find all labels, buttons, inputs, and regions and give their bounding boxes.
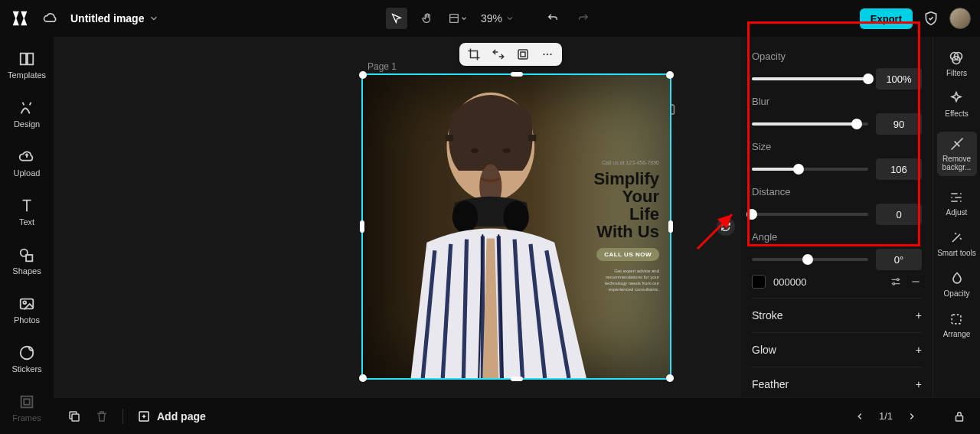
select-tool[interactable] — [386, 8, 407, 29]
distance-label: Distance — [752, 186, 922, 197]
add-page-button[interactable]: Add page — [137, 410, 206, 423]
sidebar-frames[interactable]: Frames — [12, 393, 41, 423]
selection-box[interactable]: Call us at 123-456-7890 Simplify Your Li… — [361, 73, 671, 380]
right-adjust[interactable]: Adjust — [946, 190, 968, 217]
size-value[interactable]: 106 — [876, 158, 922, 180]
feather-section[interactable]: Feather+ — [752, 367, 922, 397]
properties-panel: Opacity 100% Blur 90 Size 106 Distance 0… — [741, 37, 933, 397]
distance-value[interactable]: 0 — [876, 204, 922, 225]
crop-icon[interactable] — [467, 47, 481, 61]
section-label: Feather — [752, 378, 789, 390]
opacity-slider[interactable] — [752, 77, 868, 80]
sidebar-photos[interactable]: Photos — [14, 295, 40, 325]
resize-handle[interactable] — [666, 374, 674, 382]
svg-point-19 — [471, 148, 479, 153]
user-avatar[interactable] — [949, 8, 971, 29]
resize-handle[interactable] — [359, 71, 367, 79]
right-effects[interactable]: Effects — [945, 91, 968, 118]
export-button[interactable]: Export — [860, 8, 913, 29]
svg-rect-31 — [956, 416, 963, 421]
resize-handle[interactable] — [360, 220, 364, 233]
resize-handle[interactable] — [511, 377, 523, 381]
sidebar-stickers[interactable]: Stickers — [11, 344, 41, 374]
svg-point-13 — [550, 54, 551, 55]
color-hex[interactable]: 000000 — [773, 276, 882, 288]
plus-icon[interactable]: + — [916, 344, 922, 356]
rr-label: Opacity — [944, 289, 970, 298]
minus-icon[interactable] — [910, 276, 922, 288]
svg-point-6 — [23, 301, 26, 304]
resize-handle[interactable] — [359, 374, 367, 382]
redo-button[interactable] — [573, 8, 594, 29]
svg-point-20 — [502, 148, 510, 153]
headline-3: Life — [590, 205, 659, 223]
sidebar-item-label: Stickers — [11, 364, 41, 374]
trash-icon[interactable] — [95, 410, 109, 423]
stroke-section[interactable]: Stroke+ — [752, 298, 922, 332]
chevron-down-icon[interactable] — [149, 13, 159, 24]
document-title[interactable]: Untitled image — [70, 12, 144, 24]
page-indicator: 1/1 — [879, 410, 893, 422]
angle-slider[interactable] — [752, 258, 868, 261]
svg-rect-2 — [28, 54, 33, 65]
undo-button[interactable] — [542, 8, 564, 29]
hand-tool[interactable] — [416, 8, 438, 29]
right-remove-bg[interactable]: Remove backgr... — [937, 132, 977, 176]
lock-icon[interactable] — [952, 410, 966, 423]
app-logo[interactable] — [9, 8, 31, 29]
sidebar-item-label: Templates — [8, 70, 46, 80]
duplicate-icon[interactable] — [67, 410, 81, 423]
blur-value[interactable]: 90 — [876, 113, 922, 135]
next-page-icon[interactable] — [906, 411, 917, 422]
svg-point-21 — [452, 201, 478, 233]
right-arrange[interactable]: Arrange — [943, 312, 971, 338]
resize-handle[interactable] — [666, 71, 674, 79]
resize-handle[interactable] — [668, 220, 673, 233]
resize-handle[interactable] — [511, 72, 523, 77]
right-filters[interactable]: Filters — [946, 51, 967, 77]
section-label: Glow — [752, 344, 776, 356]
sidebar-templates[interactable]: Templates — [8, 51, 46, 80]
sidebar-text[interactable]: Text — [18, 197, 35, 227]
opacity-label: Opacity — [752, 51, 922, 62]
svg-rect-10 — [521, 52, 525, 57]
right-smart-tools[interactable]: Smart tools — [937, 230, 976, 257]
cloud-icon[interactable] — [43, 11, 58, 26]
sliders-icon[interactable] — [890, 276, 902, 288]
color-swatch[interactable] — [752, 275, 766, 289]
sidebar-design[interactable]: Design — [14, 100, 40, 129]
blur-label: Blur — [752, 96, 922, 107]
resize-tool[interactable] — [447, 8, 469, 29]
svg-point-24 — [893, 282, 895, 285]
cta-button: CALL US NOW — [596, 248, 659, 261]
plus-icon[interactable]: + — [916, 309, 922, 321]
blur-slider[interactable] — [752, 122, 868, 126]
top-bar: Untitled image 39% Export — [0, 0, 980, 37]
sidebar-shapes[interactable]: Shapes — [12, 246, 41, 276]
rr-label: Filters — [946, 69, 967, 77]
sidebar-item-label: Upload — [14, 168, 41, 178]
svg-rect-18 — [528, 135, 536, 141]
canvas-area[interactable]: Page 1 — [54, 37, 741, 397]
plus-icon[interactable]: + — [916, 378, 922, 390]
flip-icon[interactable] — [492, 47, 505, 61]
prev-page-icon[interactable] — [854, 411, 865, 422]
size-label: Size — [752, 141, 922, 152]
opacity-value[interactable]: 100% — [876, 68, 922, 90]
sync-icon[interactable] — [717, 217, 735, 236]
shield-icon[interactable] — [923, 11, 939, 26]
more-icon[interactable] — [541, 47, 554, 61]
replace-icon[interactable] — [516, 47, 530, 61]
zoom-level[interactable]: 39% — [481, 12, 514, 24]
distance-slider[interactable] — [752, 213, 868, 216]
sidebar-item-label: Shapes — [12, 266, 41, 276]
sub-text: Get expert advice and recommendations fo… — [590, 269, 659, 292]
size-slider[interactable] — [752, 168, 868, 171]
sidebar-item-label: Frames — [12, 413, 41, 423]
right-opacity[interactable]: Opacity — [944, 271, 970, 298]
sidebar-upload[interactable]: Upload — [14, 148, 41, 178]
headline-2: Your — [590, 188, 659, 205]
glow-section[interactable]: Glow+ — [752, 332, 922, 367]
svg-rect-9 — [518, 50, 528, 59]
angle-value[interactable]: 0° — [876, 249, 922, 270]
